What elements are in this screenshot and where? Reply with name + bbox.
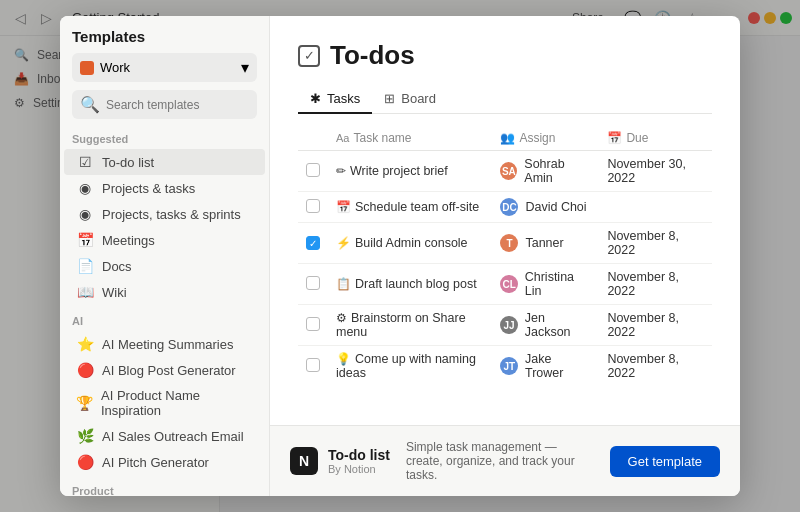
docs-icon: 📄 [76, 258, 94, 274]
row-due-6: November 8, 2022 [599, 346, 712, 387]
templates-left-panel: Templates Work ▾ 🔍 Suggested ☑ To-do [60, 36, 270, 496]
col-check [298, 126, 328, 151]
template-item-wiki[interactable]: 📖 Wiki [64, 279, 265, 305]
projects-icon: ◉ [76, 180, 94, 196]
template-ai-product-label: AI Product Name Inspiration [101, 388, 253, 418]
template-item-ai-pitch[interactable]: 🔴 AI Pitch Generator [64, 449, 265, 475]
row-assign-5: JJ Jen Jackson [492, 305, 599, 346]
wiki-icon: 📖 [76, 284, 94, 300]
row-assign-4: CL Christina Lin [492, 264, 599, 305]
table-row: ⚙Brainstorm on Share menu JJ Jen Jackson… [298, 305, 712, 346]
row-check-5[interactable] [298, 305, 328, 346]
template-ai-sales-label: AI Sales Outreach Email [102, 429, 244, 444]
section-product-label: Product [60, 481, 269, 496]
row-due-1: November 30, 2022 [599, 151, 712, 192]
ai-product-icon: 🏆 [76, 395, 93, 411]
table-row: 📋Draft launch blog post CL Christina Lin… [298, 264, 712, 305]
template-item-ai-meetings[interactable]: ⭐ AI Meeting Summaries [64, 331, 265, 357]
tab-board[interactable]: ⊞ Board [372, 85, 448, 114]
footer-desc: Simple task management — create, organiz… [406, 440, 594, 482]
col-task: Aa Task name [328, 126, 492, 151]
preview-checkbox-icon: ✓ [298, 45, 320, 67]
modal-title: Templates [60, 36, 269, 53]
template-item-projects-sprints[interactable]: ◉ Projects, tasks & sprints [64, 201, 265, 227]
row-task-2: 📅Schedule team off-site [328, 192, 492, 223]
row-check-4[interactable] [298, 264, 328, 305]
template-meetings-label: Meetings [102, 233, 155, 248]
row-check-2[interactable] [298, 192, 328, 223]
template-item-ai-blog[interactable]: 🔴 AI Blog Post Generator [64, 357, 265, 383]
ai-meetings-icon: ⭐ [76, 336, 94, 352]
row-due-2 [599, 192, 712, 223]
template-item-docs[interactable]: 📄 Docs [64, 253, 265, 279]
projects-sprints-icon: ◉ [76, 206, 94, 222]
board-tab-label: Board [401, 91, 436, 106]
template-ai-blog-label: AI Blog Post Generator [102, 363, 236, 378]
footer-text: To-do list By Notion [328, 447, 390, 475]
template-item-ai-sales[interactable]: 🌿 AI Sales Outreach Email [64, 423, 265, 449]
template-item-todo[interactable]: ☑ To-do list [64, 149, 265, 175]
template-wiki-label: Wiki [102, 285, 127, 300]
preview-area: ✓ To-dos ✱ Tasks ⊞ Board [270, 36, 740, 425]
row-task-4: 📋Draft launch blog post [328, 264, 492, 305]
row-assign-3: T Tanner [492, 223, 599, 264]
app-body: 🔍 Search 📥 Inbox ⚙ Settings Templates [0, 36, 800, 512]
get-template-button[interactable]: Get template [610, 446, 720, 477]
workspace-selector[interactable]: Work ▾ [72, 53, 257, 82]
row-due-5: November 8, 2022 [599, 305, 712, 346]
preview-title: To-dos [330, 40, 415, 71]
row-check-3[interactable]: ✓ [298, 223, 328, 264]
template-item-projects[interactable]: ◉ Projects & tasks [64, 175, 265, 201]
row-assign-1: SA Sohrab Amin [492, 151, 599, 192]
col-assign: 👥 Assign [492, 126, 599, 151]
templates-footer: N To-do list By Notion Simple task manag… [270, 425, 740, 496]
workspace-icon [80, 61, 94, 75]
row-check-6[interactable] [298, 346, 328, 387]
row-assign-6: JT Jake Trower [492, 346, 599, 387]
footer-info: N To-do list By Notion [290, 447, 390, 475]
row-task-5: ⚙Brainstorm on Share menu [328, 305, 492, 346]
tasks-tab-label: Tasks [327, 91, 360, 106]
search-box[interactable]: 🔍 [72, 90, 257, 119]
section-suggested-label: Suggested [60, 129, 269, 149]
templates-right-panel: ✓ To-dos ✱ Tasks ⊞ Board [270, 36, 740, 496]
table-row: ✓ ⚡Build Admin console T Tanner November… [298, 223, 712, 264]
workspace-label: Work [100, 60, 130, 75]
row-check-1[interactable] [298, 151, 328, 192]
row-task-3: ⚡Build Admin console [328, 223, 492, 264]
meetings-icon: 📅 [76, 232, 94, 248]
template-ai-meetings-label: AI Meeting Summaries [102, 337, 234, 352]
footer-by: By Notion [328, 463, 390, 475]
tab-tasks[interactable]: ✱ Tasks [298, 85, 372, 114]
row-assign-2: DC David Choi [492, 192, 599, 223]
search-box-icon: 🔍 [80, 95, 100, 114]
template-ai-pitch-label: AI Pitch Generator [102, 455, 209, 470]
table-row: ✏Write project brief SA Sohrab Amin Nove… [298, 151, 712, 192]
row-task-1: ✏Write project brief [328, 151, 492, 192]
task-col-icon: Aa [336, 132, 349, 144]
preview-tabs: ✱ Tasks ⊞ Board [298, 85, 712, 114]
row-due-4: November 8, 2022 [599, 264, 712, 305]
section-ai-label: AI [60, 311, 269, 331]
ai-pitch-icon: 🔴 [76, 454, 94, 470]
ai-sales-icon: 🌿 [76, 428, 94, 444]
ai-blog-icon: 🔴 [76, 362, 94, 378]
modal-overlay: Templates Work ▾ 🔍 Suggested ☑ To-do [0, 36, 800, 512]
template-item-meetings[interactable]: 📅 Meetings [64, 227, 265, 253]
notion-logo: N [290, 447, 318, 475]
templates-modal: Templates Work ▾ 🔍 Suggested ☑ To-do [60, 36, 740, 496]
chevron-down-icon: ▾ [241, 58, 249, 77]
template-projects-sprints-label: Projects, tasks & sprints [102, 207, 241, 222]
col-due: 📅 Due [599, 126, 712, 151]
search-input[interactable] [106, 98, 249, 112]
preview-table: Aa Task name 👥 Assign [298, 126, 712, 386]
assign-col-icon: 👥 [500, 131, 515, 145]
row-task-6: 💡Come up with naming ideas [328, 346, 492, 387]
template-todo-label: To-do list [102, 155, 154, 170]
table-row: 📅Schedule team off-site DC David Choi [298, 192, 712, 223]
board-tab-icon: ⊞ [384, 91, 395, 106]
template-item-ai-product[interactable]: 🏆 AI Product Name Inspiration [64, 383, 265, 423]
table-row: 💡Come up with naming ideas JT Jake Trowe… [298, 346, 712, 387]
row-due-3: November 8, 2022 [599, 223, 712, 264]
preview-title-row: ✓ To-dos [298, 40, 712, 71]
